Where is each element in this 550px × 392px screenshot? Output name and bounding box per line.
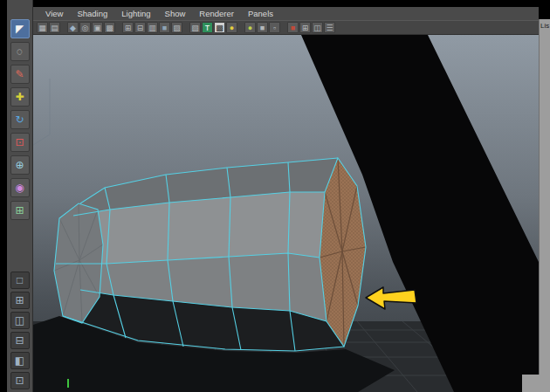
snap-to-grid-icon[interactable]: ▦ xyxy=(37,22,48,33)
render-current-frame-icon[interactable]: ■ xyxy=(159,22,170,33)
rotate-tool-icon[interactable]: ↻ xyxy=(10,110,30,129)
shelf-icons: ▦▤◆◎▣▩⊞⊟▥■▨▧T▩●●■▫■⊞◫☰ xyxy=(37,22,336,33)
field-chart-icon[interactable]: ▫ xyxy=(269,22,280,33)
two-pane-layout-button[interactable]: ◫ xyxy=(10,312,30,329)
panel-corner xyxy=(522,375,550,392)
menu-lighting[interactable]: Lighting xyxy=(114,9,157,18)
snap-to-projected-center-icon[interactable]: ◎ xyxy=(79,22,91,33)
error-flag-icon[interactable]: ■ xyxy=(287,22,299,33)
make-live-icon[interactable]: ▩ xyxy=(104,22,115,33)
grid-display-icon[interactable]: ⊞ xyxy=(299,22,311,33)
universal-manipulator-tool-icon[interactable]: ⊕ xyxy=(10,155,30,175)
share-view-icon[interactable]: ☰ xyxy=(324,22,335,33)
move-tool-icon[interactable]: ✚ xyxy=(10,87,30,107)
ipr-render-icon[interactable]: ▨ xyxy=(171,22,182,33)
show-manipulator-tool-icon[interactable]: ⊞ xyxy=(10,201,30,220)
toolbox: ◤◌✎✚↻⊡⊕◉⊞ □⊞◫⊟◧⊡ xyxy=(7,0,33,392)
panel-menubar: ViewShadingLightingShowRendererPanels xyxy=(33,7,539,20)
input-operations-icon[interactable]: ⊞ xyxy=(122,22,134,33)
stacked-pane-layout-button[interactable]: ⊟ xyxy=(10,332,30,349)
menubar-items: ViewShadingLightingShowRendererPanels xyxy=(38,9,280,18)
menu-view[interactable]: View xyxy=(38,9,70,18)
right-panel[interactable]: Lis xyxy=(539,19,550,392)
menu-show[interactable]: Show xyxy=(158,9,193,18)
snap-to-points-icon[interactable]: ◆ xyxy=(67,22,79,33)
maya-window: ◤◌✎✚↻⊡⊕◉⊞ □⊞◫⊟◧⊡ ViewShadingLightingShow… xyxy=(0,0,550,392)
snap-to-curves-icon[interactable]: ▤ xyxy=(49,22,60,33)
single-pane-layout-button[interactable]: □ xyxy=(10,272,30,289)
checker-display-icon[interactable]: ▩ xyxy=(214,22,225,33)
hypergraph-pane-layout-button[interactable]: ⊡ xyxy=(10,372,30,389)
menu-shading[interactable]: Shading xyxy=(70,9,114,18)
film-gate-icon[interactable]: ◫ xyxy=(312,22,323,33)
viewport[interactable] xyxy=(33,35,539,392)
viewport-canvas[interactable] xyxy=(33,35,539,392)
select-tool-icon[interactable]: ◤ xyxy=(10,19,30,38)
render-settings-icon[interactable]: ▧ xyxy=(189,22,201,33)
lasso-tool-icon[interactable]: ◌ xyxy=(10,42,30,61)
output-operations-icon[interactable]: ⊟ xyxy=(134,22,146,33)
menu-panels[interactable]: Panels xyxy=(241,9,280,18)
soft-modification-tool-icon[interactable]: ◉ xyxy=(10,178,30,197)
shaded-display-icon[interactable]: ● xyxy=(244,22,256,33)
default-material-icon[interactable]: ● xyxy=(226,22,237,33)
outliner-pane-layout-button[interactable]: ◧ xyxy=(10,352,30,369)
panel-toolbar: ▦▤◆◎▣▩⊞⊟▥■▨▧T▩●●■▫■⊞◫☰ xyxy=(33,20,539,35)
four-pane-layout-button[interactable]: ⊞ xyxy=(10,292,30,309)
scale-tool-icon[interactable]: ⊡ xyxy=(10,133,30,152)
right-panel-label: Lis xyxy=(540,19,550,30)
snap-to-view-planes-icon[interactable]: ▣ xyxy=(92,22,103,33)
paint-selection-tool-icon[interactable]: ✎ xyxy=(10,65,30,84)
texture-view-icon[interactable]: T xyxy=(202,22,213,33)
isolate-select-icon[interactable]: ■ xyxy=(257,22,268,33)
construction-history-icon[interactable]: ▥ xyxy=(147,22,158,33)
menu-renderer[interactable]: Renderer xyxy=(192,9,241,18)
